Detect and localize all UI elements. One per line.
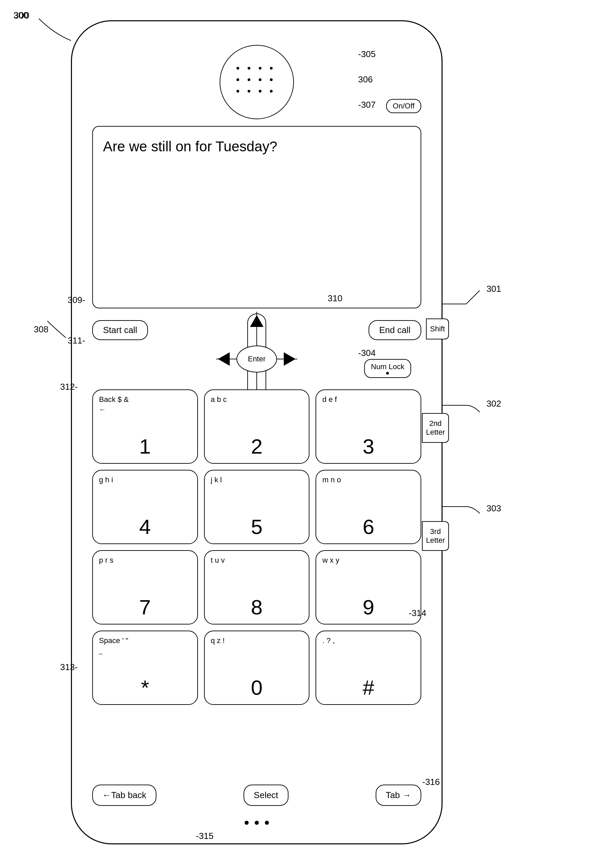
ann-308: 308 [34, 324, 48, 335]
tab-forward-button[interactable]: Tab → [376, 785, 421, 806]
key-star-letters: Space ' "_ [99, 636, 128, 655]
ann-305: -305 [358, 49, 376, 59]
key-2-letters: a b c [211, 395, 227, 405]
select-button[interactable]: Select [244, 785, 288, 806]
key-1-number: 1 [139, 436, 151, 457]
ann-304: -304 [358, 348, 376, 358]
third-letter-button[interactable]: 3rdLetter [422, 521, 449, 551]
numlock-button[interactable]: Num Lock [364, 359, 411, 378]
key-5[interactable]: j k l 5 [204, 470, 310, 544]
key-1[interactable]: Back $ &← 1 [92, 389, 198, 464]
key-3[interactable]: d e f 3 [315, 389, 421, 464]
ann-316: -316 [422, 777, 440, 787]
numlock-indicator-dot [386, 372, 389, 375]
second-letter-label: 2ndLetter [426, 419, 445, 436]
key-6-letters: m n o [322, 475, 341, 485]
numlock-label: Num Lock [371, 362, 404, 371]
bottom-dot-1 [244, 821, 249, 825]
key-hash[interactable]: . ? , # [315, 630, 421, 705]
enter-button[interactable]: Enter [237, 346, 277, 372]
ann-303: 303 [487, 503, 501, 514]
speaker-dot [247, 67, 250, 70]
display-screen: Are we still on for Tuesday? [92, 126, 421, 308]
bottom-dot-2 [255, 821, 259, 825]
ann-302: 302 [487, 398, 501, 409]
ann-309: 309- [68, 295, 85, 305]
key-8-number: 8 [251, 597, 263, 618]
speaker-dot [259, 67, 261, 70]
keypad-grid: Back $ &← 1 a b c 2 d e f 3 g h i 4 j k [92, 389, 421, 705]
shift-button[interactable]: Shift [426, 318, 449, 340]
key-0-number: 0 [251, 677, 263, 698]
start-call-button[interactable]: Start call [92, 320, 148, 340]
key-9-number: 9 [362, 597, 374, 618]
speaker-dot [237, 90, 239, 93]
speaker-dot [259, 90, 261, 93]
ann-300: 300 [14, 10, 28, 21]
key-2[interactable]: a b c 2 [204, 389, 310, 464]
key-3-number: 3 [362, 436, 374, 457]
ann-313: 313- [60, 662, 78, 672]
speaker-dot [270, 78, 273, 81]
dpad-left-arrow[interactable] [218, 352, 230, 366]
ann-311: 311- [68, 335, 85, 346]
ann-310: 310 [328, 293, 342, 304]
key-0[interactable]: q z ! 0 [204, 630, 310, 705]
key-7-number: 7 [139, 597, 151, 618]
third-letter-label: 3rdLetter [426, 527, 445, 544]
ann-315: -315 [196, 831, 213, 841]
key-7-letters: p r s [99, 556, 113, 565]
ann-301: 301 [487, 284, 501, 294]
key-6[interactable]: m n o 6 [315, 470, 421, 544]
key-8-letters: t u v [211, 556, 225, 565]
key-1-letters: Back $ &← [99, 395, 129, 414]
key-9[interactable]: w x y 9 [315, 550, 421, 624]
second-letter-button[interactable]: 2ndLetter [422, 413, 449, 443]
diagram: 300 [0, 0, 603, 868]
key-star-number: * [141, 677, 149, 698]
key-4-letters: g h i [99, 475, 113, 485]
key-2-number: 2 [251, 436, 263, 457]
bottom-dot-3 [265, 821, 269, 825]
key-5-letters: j k l [211, 475, 222, 485]
speaker-dots [237, 67, 277, 97]
key-hash-number: # [362, 677, 374, 698]
key-6-number: 6 [362, 516, 374, 537]
key-7[interactable]: p r s 7 [92, 550, 198, 624]
key-0-letters: q z ! [211, 636, 225, 646]
speaker-dot [237, 67, 239, 70]
bottom-dots [244, 821, 269, 825]
bottom-row: ←Tab back Select Tab → [92, 785, 421, 806]
speaker-dot [270, 90, 273, 93]
dpad-up-arrow[interactable] [250, 315, 263, 327]
speaker-dot [237, 78, 239, 81]
key-3-letters: d e f [322, 395, 337, 405]
ann-306: 306 [358, 74, 373, 85]
shift-label: Shift [430, 324, 445, 333]
ann-314: -314 [409, 608, 426, 618]
key-4-number: 4 [139, 516, 151, 537]
speaker-dot [259, 78, 261, 81]
key-hash-letters: . ? , [322, 636, 335, 646]
key-8[interactable]: t u v 8 [204, 550, 310, 624]
key-star[interactable]: Space ' "_ * [92, 630, 198, 705]
key-5-number: 5 [251, 516, 263, 537]
dpad-right-arrow[interactable] [284, 352, 295, 366]
onoff-button[interactable]: On/Off [386, 99, 421, 113]
speaker-circle [220, 45, 294, 119]
speaker-dot [247, 78, 250, 81]
ann-312: 312- [60, 381, 78, 392]
tab-back-button[interactable]: ←Tab back [92, 785, 156, 806]
key-4[interactable]: g h i 4 [92, 470, 198, 544]
phone-body: On/Off Are we still on for Tuesday? Star… [71, 20, 442, 844]
end-call-button[interactable]: End call [368, 320, 422, 340]
speaker-dot [247, 90, 250, 93]
key-9-letters: w x y [322, 556, 339, 565]
speaker-dot [270, 67, 273, 70]
ann-307: -307 [358, 100, 376, 110]
